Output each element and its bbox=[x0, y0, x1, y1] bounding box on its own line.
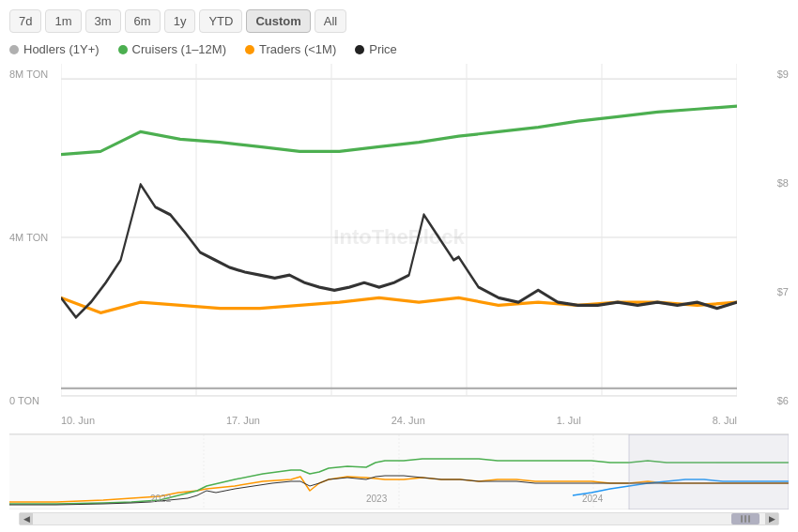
svg-rect-18 bbox=[629, 434, 789, 509]
scroll-handle[interactable] bbox=[731, 513, 760, 524]
filter-btn-ytd[interactable]: YTD bbox=[199, 9, 242, 33]
legend-label: Price bbox=[369, 42, 397, 56]
legend-item-3: Price bbox=[355, 42, 397, 56]
main-chart-svg bbox=[61, 64, 737, 411]
y-price-6: $6 bbox=[760, 395, 789, 406]
x-label-1: 17. Jun bbox=[226, 415, 260, 428]
y-price-7: $7 bbox=[760, 286, 789, 297]
x-label-2: 24. Jun bbox=[391, 415, 425, 428]
legend-dot bbox=[118, 45, 128, 54]
scroll-grip bbox=[741, 515, 750, 523]
legend-dot bbox=[9, 45, 19, 54]
x-axis: 10. Jun17. Jun24. Jun1. Jul8. Jul bbox=[9, 411, 789, 432]
svg-text:2024: 2024 bbox=[582, 494, 604, 504]
legend-item-1: Cruisers (1–12M) bbox=[118, 42, 226, 56]
filter-btn-6m[interactable]: 6m bbox=[125, 9, 161, 33]
legend-item-2: Traders (<1M) bbox=[245, 42, 336, 56]
navigator-scrollbar[interactable]: ◀ ▶ bbox=[19, 512, 779, 525]
y-label-bot: 0 TON bbox=[9, 395, 61, 406]
main-container: 7d1m3m6m1yYTDCustomAll Hodlers (1Y+)Crui… bbox=[0, 0, 798, 532]
filter-btn-1m[interactable]: 1m bbox=[45, 9, 81, 33]
filter-btn-custom[interactable]: Custom bbox=[246, 9, 310, 33]
time-filter-bar: 7d1m3m6m1yYTDCustomAll bbox=[9, 9, 789, 33]
mini-chart-svg: 2022 2023 2024 bbox=[9, 434, 789, 509]
y-label-mid: 4M TON bbox=[9, 232, 61, 243]
legend-label: Traders (<1M) bbox=[259, 42, 336, 56]
mini-chart-wrapper: 2022 2023 2024 ◀ ▶ bbox=[9, 433, 789, 527]
filter-btn-all[interactable]: All bbox=[315, 9, 346, 33]
x-label-0: 10. Jun bbox=[61, 415, 95, 428]
filter-btn-3m[interactable]: 3m bbox=[85, 9, 121, 33]
legend-item-0: Hodlers (1Y+) bbox=[9, 42, 100, 56]
y-price-8: $8 bbox=[760, 177, 789, 189]
svg-text:2023: 2023 bbox=[366, 494, 388, 504]
chart-canvas: IntoTheBlock bbox=[61, 64, 737, 411]
legend-dot bbox=[355, 45, 364, 54]
svg-text:2022: 2022 bbox=[150, 494, 172, 504]
legend-label: Hodlers (1Y+) bbox=[23, 42, 100, 56]
y-axis-left: 8M TON 4M TON 0 TON bbox=[9, 64, 61, 411]
scroll-right-button[interactable]: ▶ bbox=[765, 513, 778, 524]
filter-btn-1y[interactable]: 1y bbox=[164, 9, 196, 33]
y-price-9: $9 bbox=[760, 68, 789, 80]
x-label-4: 8. Jul bbox=[713, 415, 737, 428]
main-chart-wrapper: 8M TON 4M TON 0 TON IntoTheBlock bbox=[9, 64, 789, 432]
legend-dot bbox=[245, 45, 254, 54]
scroll-left-button[interactable]: ◀ bbox=[20, 513, 33, 524]
legend-label: Cruisers (1–12M) bbox=[132, 42, 226, 56]
y-axis-right: $9 $8 $7 $6 bbox=[760, 64, 789, 411]
y-label-top: 8M TON bbox=[9, 68, 61, 80]
chart-legend: Hodlers (1Y+)Cruisers (1–12M)Traders (<1… bbox=[9, 42, 789, 56]
filter-btn-7d[interactable]: 7d bbox=[9, 9, 41, 33]
x-label-3: 1. Jul bbox=[557, 415, 581, 428]
